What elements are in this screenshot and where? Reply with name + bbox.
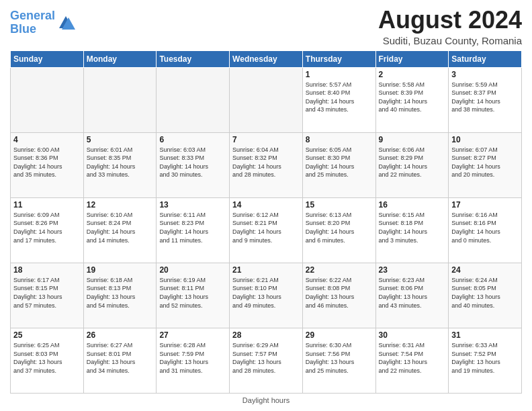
day-number: 12 — [87, 200, 154, 210]
day-info: Sunrise: 6:24 AM Sunset: 8:05 PM Dayligh… — [451, 276, 519, 310]
calendar-cell: 8Sunrise: 6:05 AM Sunset: 8:30 PM Daylig… — [302, 132, 375, 197]
calendar-cell: 17Sunrise: 6:16 AM Sunset: 8:16 PM Dayli… — [449, 197, 522, 263]
header: General Blue August 2024 Suditi, Buzau C… — [10, 7, 522, 46]
calendar-week-5: 25Sunrise: 6:25 AM Sunset: 8:03 PM Dayli… — [11, 328, 522, 393]
day-number: 26 — [87, 330, 154, 340]
day-number: 15 — [306, 200, 373, 210]
calendar-cell: 27Sunrise: 6:28 AM Sunset: 7:59 PM Dayli… — [157, 328, 230, 393]
calendar-cell: 11Sunrise: 6:09 AM Sunset: 8:26 PM Dayli… — [11, 197, 84, 263]
calendar-week-2: 4Sunrise: 6:00 AM Sunset: 8:36 PM Daylig… — [11, 132, 522, 197]
calendar-cell: 14Sunrise: 6:12 AM Sunset: 8:21 PM Dayli… — [230, 197, 303, 263]
calendar-cell: 30Sunrise: 6:31 AM Sunset: 7:54 PM Dayli… — [375, 328, 449, 393]
calendar-cell: 19Sunrise: 6:18 AM Sunset: 8:13 PM Dayli… — [83, 263, 157, 328]
day-info: Sunrise: 6:00 AM Sunset: 8:36 PM Dayligh… — [13, 146, 81, 179]
day-info: Sunrise: 6:19 AM Sunset: 8:11 PM Dayligh… — [159, 276, 226, 310]
calendar-dow-sunday: Sunday — [11, 50, 84, 67]
day-number: 10 — [451, 135, 519, 144]
day-info: Sunrise: 6:27 AM Sunset: 8:01 PM Dayligh… — [87, 341, 154, 375]
calendar-cell — [157, 67, 230, 132]
day-number: 21 — [232, 265, 300, 275]
calendar-cell: 13Sunrise: 6:11 AM Sunset: 8:23 PM Dayli… — [157, 197, 230, 263]
logo-line1: General — [10, 9, 55, 22]
title-block: August 2024 Suditi, Buzau County, Romani… — [378, 7, 522, 46]
day-info: Sunrise: 5:57 AM Sunset: 8:40 PM Dayligh… — [306, 81, 373, 114]
calendar-dow-tuesday: Tuesday — [157, 50, 230, 67]
calendar-cell: 28Sunrise: 6:29 AM Sunset: 7:57 PM Dayli… — [230, 328, 303, 393]
day-info: Sunrise: 6:31 AM Sunset: 7:54 PM Dayligh… — [379, 341, 446, 375]
day-info: Sunrise: 6:12 AM Sunset: 8:21 PM Dayligh… — [232, 211, 300, 244]
calendar-cell: 6Sunrise: 6:03 AM Sunset: 8:33 PM Daylig… — [157, 132, 230, 197]
day-info: Sunrise: 5:59 AM Sunset: 8:37 PM Dayligh… — [451, 81, 519, 114]
day-info: Sunrise: 6:16 AM Sunset: 8:16 PM Dayligh… — [451, 211, 519, 244]
day-info: Sunrise: 6:11 AM Sunset: 8:23 PM Dayligh… — [159, 211, 226, 244]
calendar-cell: 26Sunrise: 6:27 AM Sunset: 8:01 PM Dayli… — [83, 328, 157, 393]
day-info: Sunrise: 6:29 AM Sunset: 7:57 PM Dayligh… — [232, 341, 300, 375]
day-info: Sunrise: 6:28 AM Sunset: 7:59 PM Dayligh… — [159, 341, 226, 375]
day-info: Sunrise: 6:15 AM Sunset: 8:18 PM Dayligh… — [379, 211, 446, 244]
day-info: Sunrise: 6:03 AM Sunset: 8:33 PM Dayligh… — [159, 146, 226, 179]
calendar-cell: 25Sunrise: 6:25 AM Sunset: 8:03 PM Dayli… — [11, 328, 84, 393]
day-number: 14 — [232, 200, 300, 210]
day-info: Sunrise: 6:01 AM Sunset: 8:35 PM Dayligh… — [87, 146, 154, 179]
calendar-cell: 3Sunrise: 5:59 AM Sunset: 8:37 PM Daylig… — [449, 67, 522, 132]
day-number: 23 — [379, 265, 446, 275]
calendar-cell: 23Sunrise: 6:23 AM Sunset: 8:06 PM Dayli… — [375, 263, 449, 328]
day-info: Sunrise: 6:21 AM Sunset: 8:10 PM Dayligh… — [232, 276, 300, 310]
day-info: Sunrise: 6:10 AM Sunset: 8:24 PM Dayligh… — [87, 211, 154, 244]
calendar-week-4: 18Sunrise: 6:17 AM Sunset: 8:15 PM Dayli… — [11, 263, 522, 328]
calendar-dow-friday: Friday — [375, 50, 449, 67]
calendar-cell: 15Sunrise: 6:13 AM Sunset: 8:20 PM Dayli… — [302, 197, 375, 263]
calendar-cell: 9Sunrise: 6:06 AM Sunset: 8:29 PM Daylig… — [375, 132, 449, 197]
calendar-cell: 2Sunrise: 5:58 AM Sunset: 8:39 PM Daylig… — [375, 67, 449, 132]
day-number: 20 — [159, 265, 226, 275]
logo-icon — [56, 13, 75, 32]
calendar-week-3: 11Sunrise: 6:09 AM Sunset: 8:26 PM Dayli… — [11, 197, 522, 263]
day-number: 7 — [232, 135, 300, 144]
day-info: Sunrise: 6:13 AM Sunset: 8:20 PM Dayligh… — [306, 211, 373, 244]
day-number: 29 — [306, 330, 373, 340]
day-info: Sunrise: 6:23 AM Sunset: 8:06 PM Dayligh… — [379, 276, 446, 310]
subtitle: Suditi, Buzau County, Romania — [378, 35, 522, 46]
calendar-cell: 22Sunrise: 6:22 AM Sunset: 8:08 PM Dayli… — [302, 263, 375, 328]
day-info: Sunrise: 6:05 AM Sunset: 8:30 PM Dayligh… — [306, 146, 373, 179]
day-info: Sunrise: 6:30 AM Sunset: 7:56 PM Dayligh… — [306, 341, 373, 375]
logo-text: General Blue — [10, 9, 55, 36]
day-number: 6 — [159, 135, 226, 144]
calendar-cell: 21Sunrise: 6:21 AM Sunset: 8:10 PM Dayli… — [230, 263, 303, 328]
footer-label: Daylight hours — [242, 396, 290, 404]
day-info: Sunrise: 6:04 AM Sunset: 8:32 PM Dayligh… — [232, 146, 300, 179]
calendar-dow-saturday: Saturday — [449, 50, 522, 67]
day-number: 24 — [451, 265, 519, 275]
day-number: 3 — [451, 70, 519, 79]
calendar-dow-monday: Monday — [83, 50, 157, 67]
day-number: 2 — [379, 70, 446, 79]
day-number: 30 — [379, 330, 446, 340]
day-number: 18 — [13, 265, 81, 275]
calendar-cell: 24Sunrise: 6:24 AM Sunset: 8:05 PM Dayli… — [449, 263, 522, 328]
day-number: 28 — [232, 330, 300, 340]
day-number: 22 — [306, 265, 373, 275]
calendar-cell: 7Sunrise: 6:04 AM Sunset: 8:32 PM Daylig… — [230, 132, 303, 197]
day-info: Sunrise: 6:06 AM Sunset: 8:29 PM Dayligh… — [379, 146, 446, 179]
day-number: 11 — [13, 200, 81, 210]
day-number: 27 — [159, 330, 226, 340]
calendar-week-1: 1Sunrise: 5:57 AM Sunset: 8:40 PM Daylig… — [11, 67, 522, 132]
calendar-table: SundayMondayTuesdayWednesdayThursdayFrid… — [10, 50, 522, 394]
day-number: 31 — [451, 330, 519, 340]
day-number: 17 — [451, 200, 519, 210]
day-info: Sunrise: 6:33 AM Sunset: 7:52 PM Dayligh… — [451, 341, 519, 375]
day-number: 4 — [13, 135, 81, 144]
calendar-cell: 4Sunrise: 6:00 AM Sunset: 8:36 PM Daylig… — [11, 132, 84, 197]
day-number: 25 — [13, 330, 81, 340]
logo-line2: Blue — [10, 22, 36, 36]
day-number: 8 — [306, 135, 373, 144]
calendar-cell: 10Sunrise: 6:07 AM Sunset: 8:27 PM Dayli… — [449, 132, 522, 197]
calendar-cell: 20Sunrise: 6:19 AM Sunset: 8:11 PM Dayli… — [157, 263, 230, 328]
day-info: Sunrise: 5:58 AM Sunset: 8:39 PM Dayligh… — [379, 81, 446, 114]
day-info: Sunrise: 6:09 AM Sunset: 8:26 PM Dayligh… — [13, 211, 81, 244]
calendar-cell: 18Sunrise: 6:17 AM Sunset: 8:15 PM Dayli… — [11, 263, 84, 328]
calendar-dow-wednesday: Wednesday — [230, 50, 303, 67]
calendar-header-row: SundayMondayTuesdayWednesdayThursdayFrid… — [11, 50, 522, 67]
day-number: 16 — [379, 200, 446, 210]
calendar-dow-thursday: Thursday — [302, 50, 375, 67]
